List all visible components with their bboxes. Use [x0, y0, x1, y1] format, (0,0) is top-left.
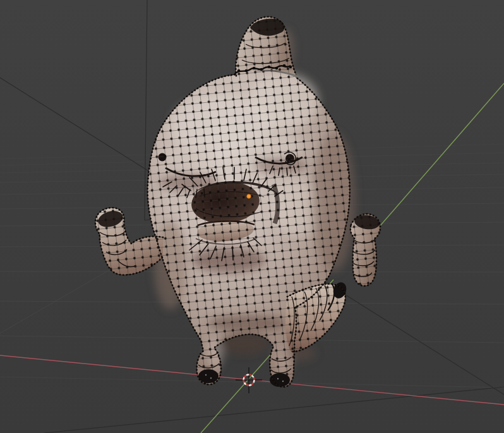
viewport-canvas[interactable]	[0, 0, 504, 433]
active-vertex[interactable]	[247, 194, 251, 198]
left-foot-sole	[198, 369, 219, 383]
